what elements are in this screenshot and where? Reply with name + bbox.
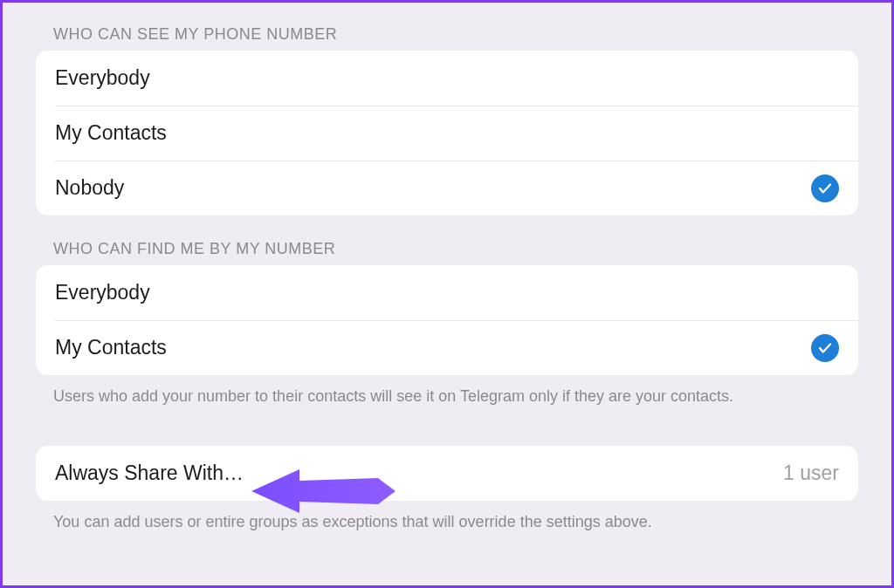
- option-find-everybody[interactable]: Everybody: [36, 265, 858, 320]
- option-label: Nobody: [55, 176, 124, 200]
- checkmark-icon: [811, 334, 839, 362]
- exceptions-card: Always Share With… 1 user: [36, 446, 858, 501]
- always-share-with-row[interactable]: Always Share With… 1 user: [36, 446, 858, 501]
- section3-footer: You can add users or entire groups as ex…: [36, 501, 858, 537]
- who-can-see-card: Everybody My Contacts Nobody: [36, 51, 858, 215]
- option-label: Everybody: [55, 281, 150, 304]
- option-label: Everybody: [55, 66, 150, 90]
- option-nobody[interactable]: Nobody: [36, 161, 858, 215]
- checkmark-icon: [811, 174, 839, 202]
- who-can-find-card: Everybody My Contacts: [36, 265, 858, 375]
- exception-label: Always Share With…: [55, 462, 244, 485]
- option-my-contacts[interactable]: My Contacts: [36, 106, 858, 161]
- section-header-who-can-find: WHO CAN FIND ME BY MY NUMBER: [36, 215, 858, 265]
- option-label: My Contacts: [55, 121, 167, 145]
- option-everybody[interactable]: Everybody: [36, 51, 858, 106]
- section-header-who-can-see: WHO CAN SEE MY PHONE NUMBER: [36, 3, 858, 51]
- settings-container: WHO CAN SEE MY PHONE NUMBER Everybody My…: [3, 3, 891, 537]
- exception-value: 1 user: [783, 462, 839, 485]
- option-label: My Contacts: [55, 336, 167, 359]
- section2-footer: Users who add your number to their conta…: [36, 375, 858, 411]
- option-find-my-contacts[interactable]: My Contacts: [36, 320, 858, 375]
